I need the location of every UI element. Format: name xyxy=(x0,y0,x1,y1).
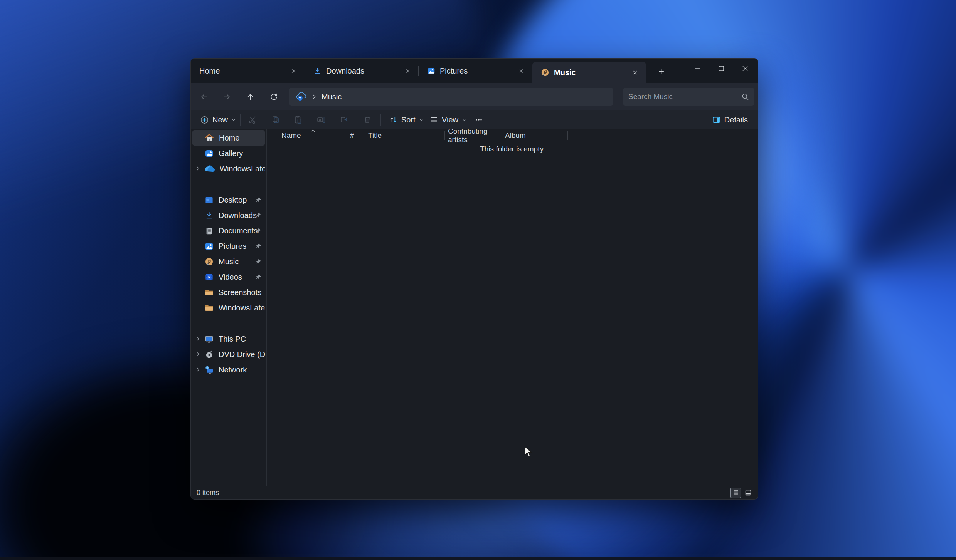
tab-downloads[interactable]: Downloads xyxy=(305,59,419,83)
music-disc-icon xyxy=(541,68,549,77)
sidebar-item-label: Music xyxy=(219,257,239,266)
up-button[interactable] xyxy=(241,88,259,105)
tab-label: Home xyxy=(199,67,283,75)
pin-icon xyxy=(255,197,261,203)
tab-home[interactable]: Home xyxy=(191,59,305,83)
sidebar-item-network[interactable]: Network xyxy=(192,362,265,377)
column-header-name[interactable]: Name xyxy=(274,129,347,141)
items-count: 0 items xyxy=(197,489,219,497)
forward-button[interactable] xyxy=(218,88,236,105)
tab-pictures[interactable]: Pictures xyxy=(419,59,532,83)
view-lines-icon xyxy=(430,116,438,124)
delete-button[interactable] xyxy=(358,113,376,127)
pin-icon xyxy=(255,274,261,280)
music-disc-icon xyxy=(205,257,214,266)
chevron-right-icon[interactable] xyxy=(195,367,201,372)
sidebar-item-label: Screenshots xyxy=(219,288,261,297)
details-pane-button[interactable]: Details xyxy=(708,113,752,127)
sort-button[interactable]: Sort xyxy=(385,113,428,127)
new-tab-button[interactable] xyxy=(653,64,670,78)
tab-close-icon[interactable] xyxy=(515,65,527,77)
search-input[interactable] xyxy=(628,92,741,101)
chevron-right-icon[interactable] xyxy=(195,336,201,342)
sidebar-item-videos[interactable]: Videos xyxy=(192,269,265,285)
sidebar-item-pictures[interactable]: Pictures xyxy=(192,238,265,254)
details-pane-icon xyxy=(712,116,721,124)
chevron-down-icon xyxy=(419,117,424,122)
sidebar-item-screenshots[interactable]: Screenshots xyxy=(192,285,265,300)
sidebar-item-documents[interactable]: Documents xyxy=(192,223,265,238)
address-breadcrumb[interactable]: Music xyxy=(289,88,613,106)
sidebar-item-home[interactable]: Home xyxy=(192,130,265,146)
magnifier-icon[interactable] xyxy=(741,93,749,101)
sidebar-item-dvd-drive[interactable]: DVD Drive (D:) CCC xyxy=(192,347,265,362)
sidebar-item-windowslatest-folder[interactable]: WindowsLatest xyxy=(192,300,265,315)
details-view-toggle[interactable] xyxy=(730,488,741,498)
pin-icon xyxy=(255,258,261,265)
breadcrumb-segment[interactable]: Music xyxy=(321,92,342,101)
sidebar-item-label: Documents xyxy=(219,226,258,235)
dvd-icon xyxy=(205,350,214,359)
tab-label: Downloads xyxy=(326,67,397,75)
tab-close-icon[interactable] xyxy=(629,67,641,78)
sidebar-item-downloads[interactable]: Downloads xyxy=(192,208,265,223)
file-list-area: Name # Title Contributing artists Album xyxy=(267,129,758,486)
view-toggles xyxy=(730,488,753,498)
screen-bottom-edge xyxy=(0,557,956,560)
folder-icon xyxy=(205,288,214,296)
back-button[interactable] xyxy=(195,88,213,105)
sidebar-item-desktop[interactable]: Desktop xyxy=(192,192,265,208)
ellipsis-icon xyxy=(474,115,483,124)
tab-label: Pictures xyxy=(440,67,511,75)
toolbar-separator xyxy=(240,114,241,126)
sidebar-item-this-pc[interactable]: This PC xyxy=(192,331,265,347)
copy-button[interactable] xyxy=(267,113,284,127)
navigation-pane: Home Gallery WindowsLatest - Pe xyxy=(191,129,267,486)
thumbnail-view-icon xyxy=(745,490,751,496)
column-header-title[interactable]: Title xyxy=(365,129,445,141)
cut-button[interactable] xyxy=(244,113,261,127)
more-options-button[interactable] xyxy=(470,113,488,127)
rename-button[interactable] xyxy=(312,113,330,127)
maximize-button[interactable] xyxy=(709,59,733,79)
sidebar-item-label: WindowsLatest - Pe xyxy=(220,164,265,173)
tab-bar: Home Downloads Pictures xyxy=(191,59,758,83)
pin-icon xyxy=(255,212,261,218)
refresh-button[interactable] xyxy=(265,88,283,105)
column-header-number[interactable]: # xyxy=(347,129,365,141)
paste-button[interactable] xyxy=(289,113,307,127)
sidebar-item-music[interactable]: Music xyxy=(192,254,265,269)
tab-close-icon[interactable] xyxy=(402,65,413,77)
download-icon xyxy=(313,67,321,75)
monitor-icon xyxy=(205,335,214,344)
onedrive-icon xyxy=(205,165,215,172)
sort-ascending-caret-icon xyxy=(310,129,315,132)
house-icon xyxy=(205,133,214,143)
chevron-right-icon[interactable] xyxy=(195,351,201,357)
tab-music[interactable]: Music xyxy=(532,62,646,83)
chevron-right-icon[interactable] xyxy=(195,166,201,171)
column-header-album[interactable]: Album xyxy=(502,129,568,141)
tab-close-icon[interactable] xyxy=(288,65,299,77)
sidebar-item-onedrive[interactable]: WindowsLatest - Pe xyxy=(192,161,265,176)
sidebar-item-gallery[interactable]: Gallery xyxy=(192,146,265,161)
window-controls xyxy=(685,59,757,79)
close-button[interactable] xyxy=(733,59,757,79)
desktop-icon xyxy=(205,196,214,205)
sidebar-item-label: Pictures xyxy=(219,242,246,251)
status-bar: 0 items xyxy=(191,486,758,499)
new-button[interactable]: New xyxy=(196,113,240,127)
view-button[interactable]: View xyxy=(426,113,470,127)
thumbnail-view-toggle[interactable] xyxy=(743,488,753,498)
sort-button-label: Sort xyxy=(401,116,416,124)
pictures-icon xyxy=(427,67,435,75)
minimize-button[interactable] xyxy=(685,59,709,79)
sidebar-section-gap xyxy=(191,315,266,331)
column-header-contributing-artists[interactable]: Contributing artists xyxy=(445,129,502,141)
sidebar-item-label: Downloads xyxy=(219,211,257,220)
onedrive-sync-icon xyxy=(295,92,307,101)
videos-icon xyxy=(205,273,214,282)
details-view-icon xyxy=(733,490,739,496)
chevron-down-icon xyxy=(462,117,466,122)
share-button[interactable] xyxy=(335,113,353,127)
